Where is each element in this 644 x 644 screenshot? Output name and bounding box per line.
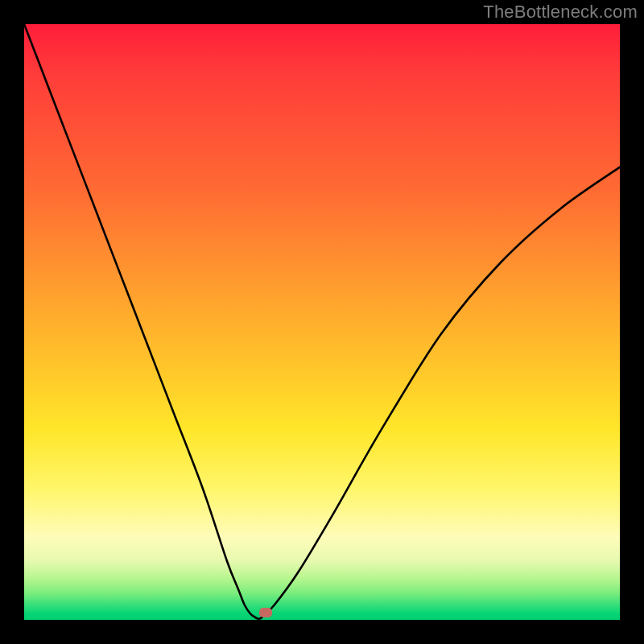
chart-frame: TheBottleneck.com: [0, 0, 644, 644]
curve-path: [24, 24, 620, 619]
watermark-text: TheBottleneck.com: [483, 2, 638, 23]
bottleneck-curve: [24, 24, 620, 620]
plot-area: [24, 24, 620, 620]
optimal-point-marker: [259, 608, 272, 617]
